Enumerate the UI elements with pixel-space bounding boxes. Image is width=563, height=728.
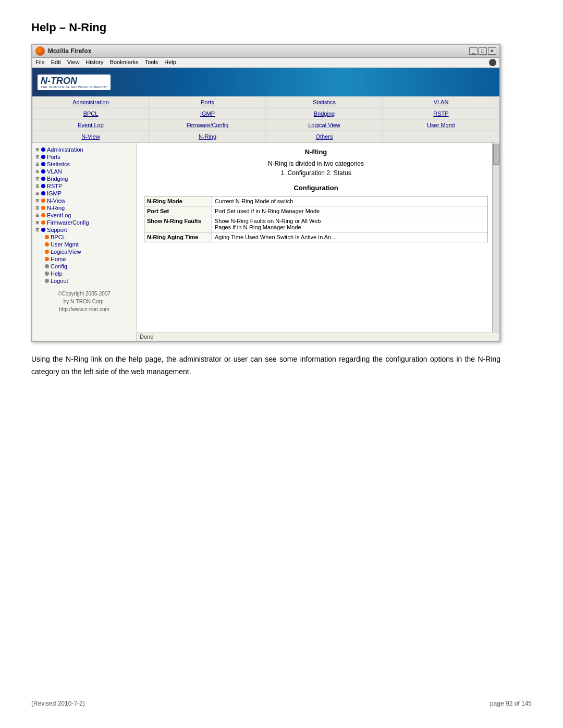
sidebar-label: RSTP bbox=[47, 183, 62, 189]
content-heading: N-Ring bbox=[144, 148, 488, 156]
sidebar-item-usermgmt[interactable]: User Mgmt bbox=[44, 241, 134, 248]
footer-revised: (Revised 2010-7-2) bbox=[31, 700, 85, 707]
page-title: Help – N-Ring bbox=[31, 21, 532, 34]
table-row: N-Ring Mode Current N-Ring Mode of switc… bbox=[144, 196, 488, 206]
sidebar-item-help[interactable]: Help bbox=[44, 270, 134, 277]
bullet-icon bbox=[41, 147, 45, 152]
sidebar-label: Statistics bbox=[47, 161, 70, 167]
table-cell-value: Aging Time Used When Switch Is Active In… bbox=[212, 232, 488, 242]
expand-icon: ⊞ bbox=[35, 191, 40, 196]
expand-icon: ⊞ bbox=[35, 147, 40, 152]
content-para2: 1. Configuration 2. Status bbox=[144, 169, 488, 177]
nav-logicalview[interactable]: Logical View bbox=[266, 119, 383, 131]
sidebar-item-nview[interactable]: ⊞ N-View bbox=[34, 197, 134, 204]
bullet-icon bbox=[41, 228, 45, 232]
copyright-text: ©Copyright 2005-2007by N-TRON Corp.http:… bbox=[58, 291, 111, 312]
expand-icon: ⊞ bbox=[35, 198, 40, 203]
content-area: N-Ring N-Ring is divided in two categori… bbox=[137, 143, 499, 341]
menu-file[interactable]: File bbox=[35, 59, 45, 66]
table-cell-label: Port Set bbox=[144, 206, 212, 216]
table-cell-label: N-Ring Aging Time bbox=[144, 232, 212, 242]
sidebar-label: VLAN bbox=[47, 168, 62, 175]
bullet-icon bbox=[45, 235, 49, 239]
menu-view[interactable]: View bbox=[67, 59, 80, 66]
nav-eventlog[interactable]: Event Log bbox=[32, 119, 149, 131]
status-bar: Done bbox=[137, 332, 499, 341]
menu-edit[interactable]: Edit bbox=[51, 59, 61, 66]
sidebar-item-firmware[interactable]: ⊞ Firmware/Config bbox=[34, 219, 134, 226]
scrollbar-thumb[interactable] bbox=[493, 144, 499, 165]
sidebar-label: EventLog bbox=[47, 212, 71, 218]
sidebar-item-bridging[interactable]: ⊞ Bridging bbox=[34, 175, 134, 182]
menu-help[interactable]: Help bbox=[164, 59, 176, 66]
maximize-button[interactable]: □ bbox=[479, 47, 487, 55]
sidebar-item-eventlog[interactable]: ⊞ EventLog bbox=[34, 212, 134, 219]
nav-nview[interactable]: N-View bbox=[32, 131, 149, 142]
nav-bar: Administration Ports Statistics VLAN BPC… bbox=[32, 96, 499, 143]
sidebar-label: Firmware/Config bbox=[47, 219, 89, 226]
sidebar-item-vlan[interactable]: ⊞ VLAN bbox=[34, 168, 134, 175]
expand-icon: ⊞ bbox=[35, 205, 40, 211]
expand-icon: ⊞ bbox=[35, 162, 40, 167]
sidebar-item-rstp[interactable]: ⊞ RSTP bbox=[34, 182, 134, 190]
window-controls[interactable]: _ □ ✕ bbox=[469, 47, 496, 55]
nav-nring[interactable]: N-Ring bbox=[149, 131, 266, 142]
ntron-logo-sub: THE INDUSTRIAL NETWORK COMPANY bbox=[41, 85, 107, 89]
bullet-icon bbox=[41, 177, 45, 181]
sidebar-label: LogicalView bbox=[51, 249, 81, 255]
sidebar-label: N-View bbox=[47, 198, 65, 204]
content-section-heading: Configuration bbox=[144, 184, 488, 192]
expand-icon: ⊞ bbox=[35, 227, 40, 232]
browser-window: Mozilla Firefox _ □ ✕ File Edit View His… bbox=[31, 44, 500, 342]
nav-statistics[interactable]: Statistics bbox=[266, 96, 383, 108]
firefox-logo-icon bbox=[35, 46, 45, 56]
nav-rstp[interactable]: RSTP bbox=[383, 108, 499, 119]
table-cell-label: Show N-Ring Faults bbox=[144, 216, 212, 232]
sidebar-item-config[interactable]: Config bbox=[44, 263, 134, 270]
page-footer: (Revised 2010-7-2) page 92 of 145 bbox=[31, 700, 532, 707]
nav-igmp[interactable]: IGMP bbox=[149, 108, 266, 119]
browser-menubar: File Edit View History Bookmarks Tools H… bbox=[32, 58, 499, 68]
sidebar-label: Help bbox=[51, 270, 63, 277]
nav-others[interactable]: Others bbox=[266, 131, 383, 142]
sidebar-copyright: ©Copyright 2005-2007by N-TRON Corp.http:… bbox=[34, 290, 134, 313]
bullet-icon bbox=[41, 184, 45, 188]
description-paragraph: Using the N-Ring link on the help page, … bbox=[31, 353, 500, 378]
status-text: Done bbox=[140, 334, 153, 340]
nav-administration[interactable]: Administration bbox=[32, 96, 149, 108]
bullet-icon bbox=[41, 220, 45, 225]
bullet-icon bbox=[41, 206, 45, 210]
sidebar-label: Administration bbox=[47, 146, 83, 153]
sidebar-item-igmp[interactable]: ⊞ IGMP bbox=[34, 190, 134, 197]
sidebar-label: IGMP bbox=[47, 190, 62, 196]
content-body: N-Ring N-Ring is divided in two categori… bbox=[137, 143, 499, 332]
sidebar-item-nring[interactable]: ⊞ N-Ring bbox=[34, 204, 134, 212]
nav-bridging[interactable]: Bridging bbox=[266, 108, 383, 119]
sidebar-item-administration[interactable]: ⊞ Administration bbox=[34, 146, 134, 153]
nav-usermgmt[interactable]: User Mgmt bbox=[383, 119, 499, 131]
sidebar-item-ports[interactable]: ⊞ Ports bbox=[34, 153, 134, 161]
menu-bookmarks[interactable]: Bookmarks bbox=[110, 59, 139, 66]
table-cell-value: Current N-Ring Mode of switch bbox=[212, 196, 488, 206]
nav-vlan[interactable]: VLAN bbox=[383, 96, 499, 108]
nav-firmware[interactable]: Firmware/Config bbox=[149, 119, 266, 131]
sidebar-item-logicalview[interactable]: LogicalView bbox=[44, 248, 134, 255]
bullet-icon bbox=[45, 242, 49, 246]
sidebar-item-statistics[interactable]: ⊞ Statistics bbox=[34, 161, 134, 168]
bullet-icon bbox=[45, 279, 49, 283]
bullet-icon bbox=[41, 162, 45, 166]
minimize-button[interactable]: _ bbox=[469, 47, 478, 55]
sidebar-item-logout[interactable]: Logout bbox=[44, 277, 134, 285]
sidebar-item-home[interactable]: Home bbox=[44, 255, 134, 263]
menu-history[interactable]: History bbox=[85, 59, 103, 66]
scrollbar[interactable] bbox=[492, 143, 499, 332]
nav-ports[interactable]: Ports bbox=[149, 96, 266, 108]
sidebar-item-bpcl[interactable]: BPCL bbox=[44, 233, 134, 241]
footer-page: page 92 of 145 bbox=[490, 700, 532, 707]
main-area: ⊞ Administration ⊞ Ports ⊞ Statistics ⊞ … bbox=[32, 143, 499, 341]
ntron-header: N-TRON THE INDUSTRIAL NETWORK COMPANY bbox=[32, 68, 499, 96]
sidebar-item-support[interactable]: ⊞ Support bbox=[34, 226, 134, 233]
nav-bpcl[interactable]: BPCL bbox=[32, 108, 149, 119]
menu-tools[interactable]: Tools bbox=[145, 59, 158, 66]
close-button[interactable]: ✕ bbox=[488, 47, 496, 55]
